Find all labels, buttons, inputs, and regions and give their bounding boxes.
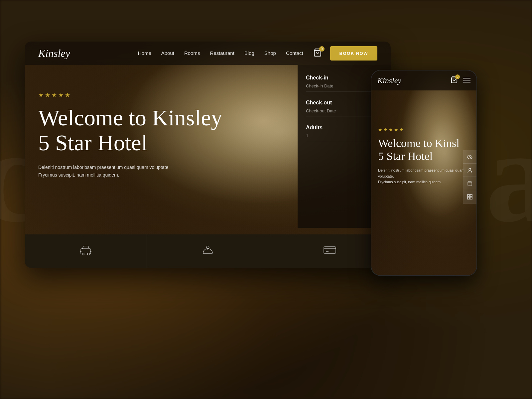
star-1: ★ (38, 91, 44, 99)
desktop-navbar: Kinsley Home About Rooms Restaurant Blog… (25, 42, 391, 65)
mobile-navbar: Kinsley 0 (371, 70, 476, 90)
toolbar-visibility[interactable] (463, 150, 476, 164)
star-2: ★ (45, 91, 50, 99)
eye-slash-icon (467, 155, 472, 159)
desktop-stars: ★ ★ ★ ★ ★ (38, 91, 222, 99)
svg-rect-16 (467, 195, 469, 197)
svg-rect-7 (324, 247, 336, 253)
hamburger-icon (463, 77, 470, 83)
desktop-cart-badge: 0 (319, 46, 325, 52)
payment-icon (323, 245, 337, 258)
star-4: ★ (58, 91, 64, 99)
toolbar-grid[interactable] (463, 190, 476, 203)
mobile-cart[interactable]: 0 (451, 76, 458, 85)
desktop-hero-title: Welcome to Kinsley5 Star Hotel (38, 105, 222, 155)
mobile-star-3: ★ (389, 127, 393, 133)
desktop-cart[interactable]: 0 (313, 48, 322, 58)
svg-point-4 (206, 246, 209, 249)
concierge-icon (202, 244, 214, 258)
svg-point-14 (469, 168, 471, 170)
hamburger-menu[interactable] (463, 77, 470, 84)
nav-home[interactable]: Home (138, 50, 151, 56)
nav-shop[interactable]: Shop (264, 50, 276, 56)
mobile-logo: Kinsley (377, 76, 451, 85)
mobile-hero-subtitle: Deleniti nostrum laboriosam praesentium … (378, 168, 470, 185)
desktop-mockup: Kinsley Home About Rooms Restaurant Blog… (25, 42, 391, 268)
desktop-nav-links: Home About Rooms Restaurant Blog Shop Co… (138, 50, 303, 56)
mobile-hero-content: ★ ★ ★ ★ ★ Welcome to Kinsl5 Star Hotel D… (378, 127, 470, 185)
book-now-button[interactable]: BOOK NOW (330, 46, 377, 61)
star-3: ★ (52, 91, 57, 99)
mobile-star-4: ★ (394, 127, 398, 133)
mobile-toolbar (463, 150, 476, 203)
toolbar-cart-icon (467, 181, 472, 186)
service-taxi[interactable] (25, 234, 147, 268)
desktop-logo: Kinsley (38, 47, 70, 60)
mobile-stars: ★ ★ ★ ★ ★ (378, 127, 470, 133)
nav-restaurant[interactable]: Restaurant (210, 50, 234, 56)
svg-rect-17 (470, 195, 472, 197)
svg-rect-18 (467, 197, 469, 199)
nav-rooms[interactable]: Rooms (184, 50, 200, 56)
svg-rect-19 (470, 197, 472, 199)
nav-contact[interactable]: Contact (286, 50, 303, 56)
taxi-icon (79, 244, 92, 258)
grid-icon (467, 194, 472, 200)
toolbar-user[interactable] (463, 164, 476, 177)
star-5: ★ (65, 91, 70, 99)
mobile-cart-badge: 0 (455, 74, 460, 79)
mobile-hero-title: Welcome to Kinsl5 Star Hotel (378, 137, 470, 163)
nav-about[interactable]: About (161, 50, 174, 56)
mobile-star-2: ★ (383, 127, 388, 133)
mobile-star-1: ★ (378, 127, 382, 133)
user-icon (467, 168, 472, 173)
service-bar (25, 234, 391, 268)
desktop-hero-subtitle: Deleniti nostrum laboriosam praesentium … (38, 164, 178, 180)
service-concierge[interactable] (147, 234, 269, 268)
mobile-star-5: ★ (399, 127, 404, 133)
desktop-hero-content: ★ ★ ★ ★ ★ Welcome to Kinsley5 Star Hotel… (38, 91, 222, 179)
nav-blog[interactable]: Blog (244, 50, 254, 56)
toolbar-cart[interactable] (463, 177, 476, 190)
mobile-mockup: Kinsley 0 ★ ★ ★ ★ ★ Welcome to Kinsl5 (371, 70, 477, 276)
